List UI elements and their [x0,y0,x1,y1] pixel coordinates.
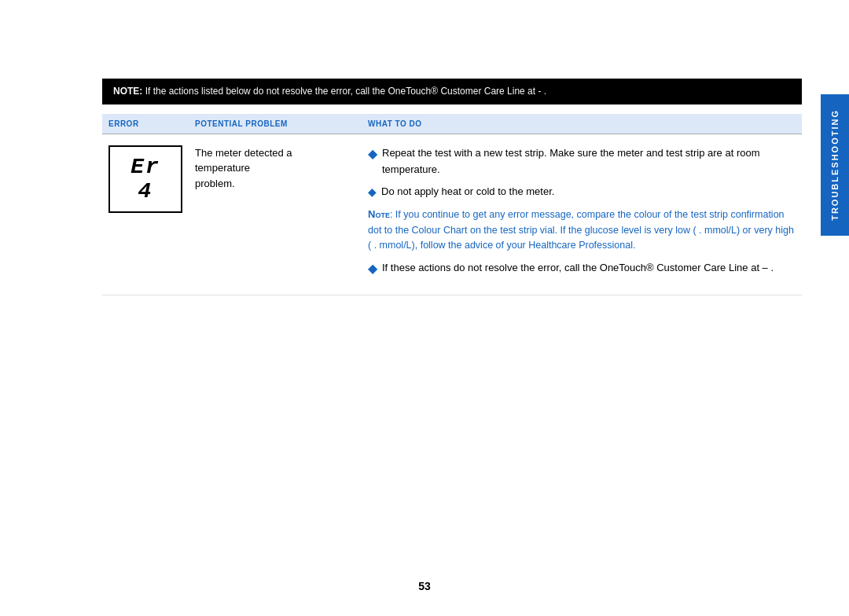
bullet-2-symbol: ◆ [368,184,377,200]
bullet-1-text: Repeat the test with a new test strip. M… [382,145,796,178]
error-code: Er 4 [130,155,160,204]
table-row: Er 4 The meter detected a temperature pr… [102,134,802,295]
main-content: NOTE: If the actions listed below do not… [102,79,802,569]
bullet-1-symbol: ◆ [368,145,377,178]
note-suffix: - . [535,86,546,97]
col-header-problem: POTENTIAL PROBLEM [189,118,362,130]
troubleshooting-tab: TROUBLESHOOTING [821,94,849,236]
col-header-error: ERROR [102,118,189,130]
todo-bullet-3: ◆ If these actions do not resolve the er… [368,260,796,277]
problem-line2: temperature [195,162,250,174]
problem-cell: The meter detected a temperature problem… [189,142,362,195]
problem-line1: The meter detected a [195,147,292,159]
page-container: TROUBLESHOOTING NOTE: If the actions lis… [0,0,849,616]
error-cell: Er 4 [102,142,189,216]
note-prefix: NOTE: [113,86,142,97]
note-text: If the actions listed below do not resol… [142,86,535,97]
table-header: ERROR POTENTIAL PROBLEM WHAT TO DO [102,114,802,134]
note-banner: NOTE: If the actions listed below do not… [102,79,802,104]
todo-note: Note: If you continue to get any error m… [368,207,796,253]
note-body: If you continue to get any error message… [368,209,794,251]
bullet-3-symbol: ◆ [368,260,377,277]
bullet-3-text: If these actions do not resolve the erro… [382,260,774,277]
note-label: Note [368,208,390,220]
side-tab-label: TROUBLESHOOTING [830,109,840,221]
todo-cell: ◆ Repeat the test with a new test strip.… [362,142,802,287]
todo-bullet-1: ◆ Repeat the test with a new test strip.… [368,145,796,178]
page-number: 53 [418,580,431,592]
bullet-2-text: Do not apply heat or cold to the meter. [381,184,554,200]
todo-bullet-2: ◆ Do not apply heat or cold to the meter… [368,184,796,200]
problem-line3: problem. [195,178,235,189]
col-header-todo: WHAT TO DO [362,118,802,130]
error-code-box: Er 4 [108,145,182,213]
